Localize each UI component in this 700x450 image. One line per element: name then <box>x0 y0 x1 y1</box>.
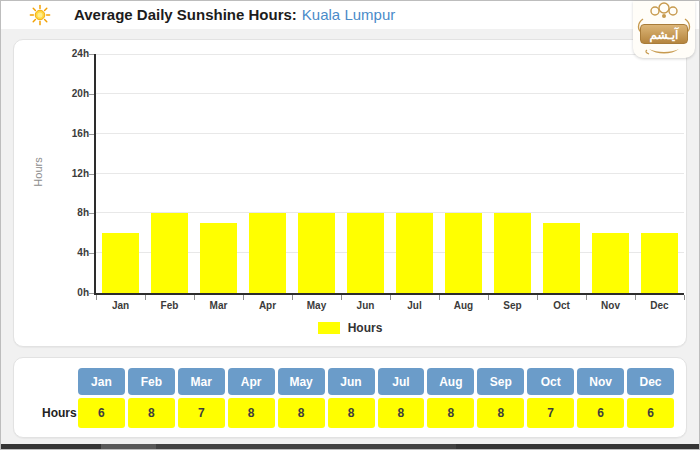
bottom-bar-segment <box>156 444 456 449</box>
x-axis-tick <box>635 295 636 300</box>
y-axis-label: 12h <box>52 168 89 180</box>
bar <box>592 233 629 293</box>
x-axis-label: Jun <box>341 300 390 311</box>
sun-icon <box>29 4 51 26</box>
table-value-cell: 8 <box>328 398 375 428</box>
x-axis-tick <box>439 295 440 300</box>
bar <box>641 233 678 293</box>
x-axis-tick <box>194 295 195 300</box>
y-axis-label: 8h <box>52 207 89 219</box>
x-axis-label: Mar <box>194 300 243 311</box>
y-axis-label: 4h <box>52 247 89 259</box>
plot-area <box>94 54 684 295</box>
table-header-cell: Jan <box>78 368 125 395</box>
legend-swatch <box>318 322 340 334</box>
bar <box>151 213 188 293</box>
x-axis-tick <box>292 295 293 300</box>
gridline <box>96 93 684 94</box>
table-value-cell: 8 <box>427 398 474 428</box>
table-value-cell: 7 <box>178 398 225 428</box>
table-value-cell: 8 <box>477 398 524 428</box>
bar <box>494 213 531 293</box>
x-axis-label: Sep <box>488 300 537 311</box>
chart-panel: Hours Hours 0h4h8h12h16h20h24hJanFebMarA… <box>13 39 687 347</box>
table-value-cell: 8 <box>228 398 275 428</box>
x-axis-label: May <box>292 300 341 311</box>
x-axis-tick <box>488 295 489 300</box>
logo-ornament <box>662 14 666 18</box>
y-axis-tick <box>89 54 94 55</box>
table-header-cell: Jul <box>378 368 425 395</box>
bar <box>543 223 580 293</box>
table-row-label: Hours <box>42 398 77 428</box>
city-name: Kuala Lumpur <box>302 6 395 23</box>
x-axis-label: Dec <box>635 300 684 311</box>
y-axis-label: 16h <box>52 128 89 140</box>
bottom-bar-segment <box>101 444 156 449</box>
page: Average Daily Sunshine Hours:Kuala Lumpu… <box>0 0 700 450</box>
y-axis-tick <box>89 213 94 214</box>
gridline <box>96 133 684 134</box>
table-value-row: 687888888766 <box>78 398 674 428</box>
gridline <box>96 173 684 174</box>
gridline <box>96 54 684 55</box>
table-value-cell: 6 <box>627 398 674 428</box>
table-header-cell: May <box>278 368 325 395</box>
x-axis-tick <box>341 295 342 300</box>
bar <box>102 233 139 293</box>
x-axis-tick <box>243 295 244 300</box>
y-axis-tick <box>89 174 94 175</box>
bar <box>249 213 286 293</box>
table-header-cell: Mar <box>178 368 225 395</box>
bar <box>445 213 482 293</box>
y-axis-tick <box>89 94 94 95</box>
table-header-cell: Sep <box>477 368 524 395</box>
table-header-cell: Nov <box>577 368 624 395</box>
table-value-cell: 8 <box>128 398 175 428</box>
x-axis-label: Jan <box>96 300 145 311</box>
y-axis-tick <box>89 293 94 294</box>
y-axis-label: 24h <box>52 48 89 60</box>
y-axis-label: 0h <box>52 287 89 299</box>
x-axis-label: Aug <box>439 300 488 311</box>
logo-text: آیـشم <box>640 24 688 44</box>
y-axis-title: Hours <box>32 157 44 186</box>
x-axis-label: Feb <box>145 300 194 311</box>
y-axis-label: 20h <box>52 88 89 100</box>
header: Average Daily Sunshine Hours:Kuala Lumpu… <box>1 1 699 29</box>
table-value-cell: 6 <box>78 398 125 428</box>
title-text: Average Daily Sunshine Hours: <box>74 6 297 23</box>
x-axis-tick <box>684 295 685 300</box>
table-header-cell: Feb <box>128 368 175 395</box>
bar <box>298 213 335 293</box>
table-value-cell: 8 <box>378 398 425 428</box>
x-axis-tick <box>390 295 391 300</box>
site-logo[interactable]: آیـشم <box>633 1 695 58</box>
table-value-cell: 8 <box>278 398 325 428</box>
legend-label: Hours <box>348 321 383 335</box>
bar <box>396 213 433 293</box>
table-panel: Hours JanFebMarAprMayJunJulAugSepOctNovD… <box>13 357 687 438</box>
x-axis-tick <box>537 295 538 300</box>
page-title: Average Daily Sunshine Hours:Kuala Lumpu… <box>74 1 395 29</box>
x-axis-label: Apr <box>243 300 292 311</box>
x-axis-tick <box>586 295 587 300</box>
x-axis-label: Jul <box>390 300 439 311</box>
chart-legend: Hours <box>14 321 686 335</box>
table-value-cell: 6 <box>577 398 624 428</box>
y-axis-tick <box>89 253 94 254</box>
table-header-cell: Aug <box>427 368 474 395</box>
table-header-row: JanFebMarAprMayJunJulAugSepOctNovDec <box>78 368 674 395</box>
bottom-bar <box>1 444 699 449</box>
table-header-cell: Jun <box>328 368 375 395</box>
month-table: JanFebMarAprMayJunJulAugSepOctNovDec 687… <box>78 368 674 428</box>
table-header-cell: Apr <box>228 368 275 395</box>
x-axis-tick <box>145 295 146 300</box>
bar <box>347 213 384 293</box>
table-header-cell: Oct <box>527 368 574 395</box>
x-axis-label: Nov <box>586 300 635 311</box>
y-axis-tick <box>89 134 94 135</box>
x-axis-label: Oct <box>537 300 586 311</box>
table-header-cell: Dec <box>627 368 674 395</box>
bar <box>200 223 237 293</box>
